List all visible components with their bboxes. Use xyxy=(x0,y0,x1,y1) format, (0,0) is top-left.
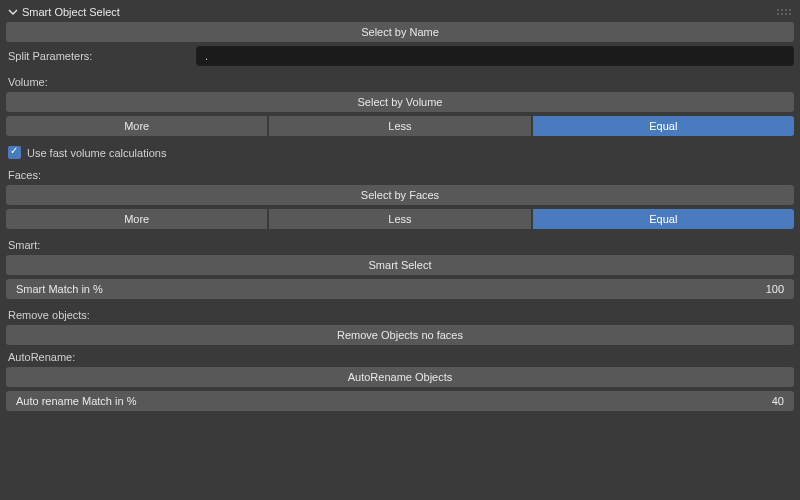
smart-match-label: Smart Match in % xyxy=(16,283,103,295)
faces-equal-button[interactable]: Equal xyxy=(533,209,794,229)
autorename-objects-button[interactable]: AutoRename Objects xyxy=(6,367,794,387)
volume-label: Volume: xyxy=(6,74,794,92)
volume-mode-segmented: More Less Equal xyxy=(6,116,794,136)
chevron-down-icon xyxy=(8,7,18,17)
smart-match-value: 100 xyxy=(766,283,784,295)
autorename-match-value: 40 xyxy=(772,395,784,407)
svg-point-6 xyxy=(785,13,787,15)
faces-less-button[interactable]: Less xyxy=(269,209,530,229)
smart-match-field[interactable]: Smart Match in % 100 xyxy=(6,279,794,299)
select-by-name-button[interactable]: Select by Name xyxy=(6,22,794,42)
svg-point-4 xyxy=(777,13,779,15)
panel-title: Smart Object Select xyxy=(22,6,120,18)
svg-point-1 xyxy=(781,9,783,11)
fast-volume-checkbox[interactable] xyxy=(8,146,21,159)
autorename-label: AutoRename: xyxy=(6,349,794,367)
panel-header[interactable]: Smart Object Select xyxy=(6,0,794,22)
grip-icon xyxy=(776,8,792,16)
svg-point-7 xyxy=(789,13,791,15)
remove-objects-button[interactable]: Remove Objects no faces xyxy=(6,325,794,345)
autorename-match-field[interactable]: Auto rename Match in % 40 xyxy=(6,391,794,411)
smart-label: Smart: xyxy=(6,237,794,255)
faces-more-button[interactable]: More xyxy=(6,209,267,229)
faces-mode-segmented: More Less Equal xyxy=(6,209,794,229)
volume-less-button[interactable]: Less xyxy=(269,116,530,136)
svg-point-2 xyxy=(785,9,787,11)
select-by-faces-button[interactable]: Select by Faces xyxy=(6,185,794,205)
split-parameters-label: Split Parameters: xyxy=(6,50,196,62)
volume-equal-button[interactable]: Equal xyxy=(533,116,794,136)
remove-objects-label: Remove objects: xyxy=(6,307,794,325)
select-by-volume-button[interactable]: Select by Volume xyxy=(6,92,794,112)
faces-label: Faces: xyxy=(6,167,794,185)
fast-volume-label: Use fast volume calculations xyxy=(27,147,166,159)
svg-point-3 xyxy=(789,9,791,11)
svg-point-5 xyxy=(781,13,783,15)
autorename-match-label: Auto rename Match in % xyxy=(16,395,136,407)
smart-select-button[interactable]: Smart Select xyxy=(6,255,794,275)
volume-more-button[interactable]: More xyxy=(6,116,267,136)
svg-point-0 xyxy=(777,9,779,11)
split-parameters-input[interactable] xyxy=(196,46,794,66)
